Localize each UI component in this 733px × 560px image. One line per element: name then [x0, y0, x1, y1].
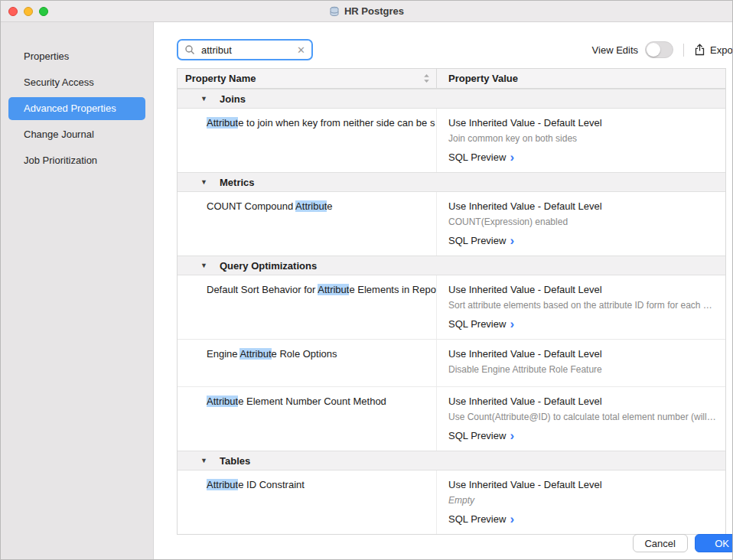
sql-preview-label: SQL Preview: [448, 317, 506, 330]
disclosure-triangle-icon[interactable]: ▼: [200, 178, 210, 186]
chevron-right-icon: ›: [510, 152, 514, 162]
search-input[interactable]: [200, 44, 292, 57]
cancel-button[interactable]: Cancel: [633, 534, 688, 552]
section-header[interactable]: ▼ Query Optimizations: [178, 256, 725, 275]
sql-preview-link[interactable]: SQL Preview›: [448, 234, 716, 247]
property-value[interactable]: Use Inherited Value - Default Level: [448, 200, 716, 213]
name-text: e Role Options: [272, 348, 337, 360]
property-name: Attribute ID Constraint: [178, 470, 437, 534]
name-text: Default Sort Behavior for: [207, 284, 318, 295]
table-row[interactable]: Engine Attribute Role Options Use Inheri…: [178, 339, 725, 386]
property-value[interactable]: Use Inherited Value - Default Level: [448, 116, 716, 129]
sidebar-item-properties[interactable]: Properties: [8, 45, 145, 68]
section-title: Metrics: [220, 177, 255, 188]
sql-preview-link[interactable]: SQL Preview›: [448, 429, 716, 442]
chevron-right-icon: ›: [510, 319, 514, 329]
column-header-property-name[interactable]: Property Name: [178, 69, 437, 88]
view-edits-label: View Edits: [592, 44, 638, 56]
property-name: Attribute to join when key from neither …: [178, 109, 437, 172]
sidebar-item-advanced-properties[interactable]: Advanced Properties: [8, 97, 145, 120]
export-button[interactable]: Export: [694, 44, 733, 56]
sidebar-item-job-prioritization[interactable]: Job Prioritization: [8, 149, 145, 172]
property-subtext: Sort attribute elements based on the att…: [448, 300, 716, 311]
toolbar: ✕ View Edits: [177, 39, 733, 60]
property-value-cell: Use Inherited Value - Default Level Disa…: [437, 340, 725, 386]
property-value[interactable]: Use Inherited Value - Default Level: [448, 283, 716, 296]
window-title: HR Postgres: [344, 5, 404, 17]
property-subtext: COUNT(Expression) enabled: [448, 217, 716, 228]
sidebar-item-change-journal[interactable]: Change Journal: [8, 123, 145, 146]
property-subtext: Disable Engine Attribute Role Feature: [448, 364, 716, 376]
property-value-cell: Use Inherited Value - Default Level COUN…: [437, 192, 725, 256]
table-row[interactable]: Attribute Element Number Count Method Us…: [178, 386, 725, 451]
section-header[interactable]: ▼ Metrics: [178, 172, 725, 192]
section-title: Joins: [220, 93, 246, 105]
zoom-button[interactable]: [39, 7, 48, 16]
section-tables: ▼ Tables Attribute ID Constraint Use Inh…: [178, 451, 725, 534]
ok-button[interactable]: OK: [695, 534, 733, 552]
property-value-cell: Use Inherited Value - Default Level Join…: [437, 109, 725, 172]
clear-search-icon[interactable]: ✕: [297, 45, 305, 55]
sql-preview-label: SQL Preview: [448, 513, 506, 526]
close-button[interactable]: [8, 7, 18, 16]
table-header: Property Name Property Value: [178, 69, 725, 89]
section-header[interactable]: ▼ Joins: [178, 89, 725, 109]
property-value[interactable]: Use Inherited Value - Default Level: [448, 395, 716, 408]
minimize-button[interactable]: [24, 7, 33, 16]
titlebar: HR Postgres: [1, 1, 732, 22]
chevron-right-icon: ›: [510, 236, 514, 246]
name-text: e ID Constraint: [238, 479, 305, 490]
sql-preview-link[interactable]: SQL Preview›: [448, 513, 716, 526]
section-title: Tables: [220, 455, 250, 467]
sql-preview-label: SQL Preview: [448, 429, 506, 442]
column-header-property-value[interactable]: Property Value: [437, 69, 725, 88]
section-query-optimizations: ▼ Query Optimizations Default Sort Behav…: [178, 256, 725, 451]
name-text: e to join when key from neither side can…: [238, 117, 437, 129]
table-row[interactable]: Default Sort Behavior for Attribute Elem…: [178, 275, 725, 339]
sql-preview-link[interactable]: SQL Preview›: [448, 317, 716, 330]
sort-icon[interactable]: [423, 73, 430, 83]
sql-preview-link[interactable]: SQL Preview›: [448, 151, 716, 164]
property-value[interactable]: Use Inherited Value - Default Level: [448, 478, 716, 491]
disclosure-triangle-icon[interactable]: ▼: [200, 95, 210, 103]
search-field[interactable]: ✕: [177, 39, 313, 60]
sql-preview-label: SQL Preview: [448, 151, 506, 164]
search-highlight: Attribut: [295, 200, 327, 212]
toggle-knob: [647, 43, 660, 57]
traffic-lights: [8, 7, 48, 16]
database-icon: [329, 6, 340, 17]
chevron-right-icon: ›: [510, 514, 514, 524]
export-icon: [694, 44, 705, 56]
main-content: ✕ View Edits: [154, 22, 733, 560]
table-row[interactable]: Attribute to join when key from neither …: [178, 109, 725, 172]
disclosure-triangle-icon[interactable]: ▼: [200, 262, 210, 269]
view-edits-toggle[interactable]: [645, 41, 673, 58]
property-name: COUNT Compound Attribute: [178, 192, 437, 256]
table-row[interactable]: COUNT Compound Attribute Use Inherited V…: [178, 192, 725, 256]
sql-preview-label: SQL Preview: [448, 234, 506, 247]
property-value-cell: Use Inherited Value - Default Level Use …: [437, 387, 725, 451]
property-name: Attribute Element Number Count Method: [178, 387, 437, 451]
title-wrap: HR Postgres: [329, 5, 404, 17]
name-text: e Elements in Reports: [349, 284, 437, 295]
table-row[interactable]: Attribute ID Constraint Use Inherited Va…: [178, 470, 725, 534]
section-header[interactable]: ▼ Tables: [178, 451, 725, 470]
name-text: e: [327, 200, 332, 212]
property-name: Engine Attribute Role Options: [178, 340, 437, 386]
property-subtext: Join common key on both sides: [448, 133, 716, 145]
section-title: Query Optimizations: [220, 260, 317, 272]
disclosure-triangle-icon[interactable]: ▼: [200, 457, 210, 464]
property-value-cell: Use Inherited Value - Default Level Empt…: [437, 470, 725, 534]
section-joins: ▼ Joins Attribute to join when key from …: [178, 89, 725, 172]
toolbar-right: View Edits Export: [592, 41, 733, 58]
column-label: Property Value: [448, 73, 518, 84]
sidebar-item-security-access[interactable]: Security Access: [8, 71, 145, 94]
search-icon: [184, 44, 195, 55]
property-value[interactable]: Use Inherited Value - Default Level: [448, 347, 716, 360]
property-subtext: Use Count(Attribute@ID) to calculate tot…: [448, 412, 716, 423]
name-text: COUNT Compound: [207, 200, 295, 212]
search-highlight: Attribut: [207, 479, 238, 490]
properties-table: Property Name Property Value: [177, 68, 726, 535]
sidebar: Properties Security Access Advanced Prop…: [1, 22, 154, 560]
name-text: Engine: [207, 348, 239, 360]
